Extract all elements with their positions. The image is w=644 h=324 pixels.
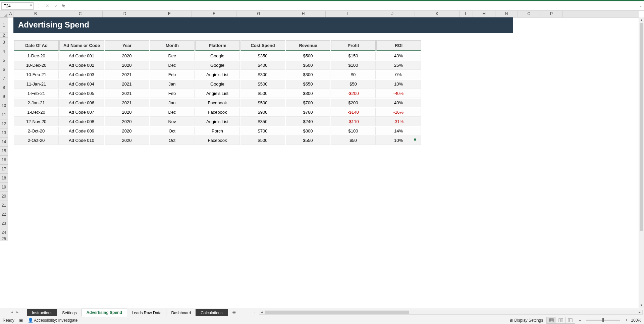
table-cell[interactable]: Dec xyxy=(150,108,195,117)
table-cell[interactable]: -$200 xyxy=(331,89,376,98)
table-cell[interactable]: 43% xyxy=(376,52,421,60)
table-cell[interactable]: Ad Code 004 xyxy=(59,80,104,89)
table-header[interactable]: Revenue xyxy=(286,40,330,51)
row-header-19[interactable]: 19 xyxy=(0,183,8,192)
column-header-O[interactable]: O xyxy=(518,11,540,17)
table-cell[interactable]: $50 xyxy=(331,136,376,145)
column-header-M[interactable]: M xyxy=(473,11,495,17)
table-cell[interactable]: -16% xyxy=(376,108,421,117)
table-cell[interactable]: 0% xyxy=(376,70,421,79)
zoom-out-button[interactable]: − xyxy=(579,318,581,323)
name-box[interactable]: T24 ▼ xyxy=(1,2,34,10)
table-cell[interactable]: $200 xyxy=(331,99,376,107)
table-header[interactable]: ROI xyxy=(376,40,421,51)
table-cell[interactable]: Ad Code 001 xyxy=(59,52,104,60)
table-cell[interactable]: 10-Feb-21 xyxy=(14,70,59,79)
tab-nav-prev-icon[interactable]: ◄ xyxy=(10,310,14,314)
table-cell[interactable]: $500 xyxy=(286,61,330,70)
enter-formula-button[interactable]: ✓ xyxy=(53,3,59,8)
table-cell[interactable]: $760 xyxy=(286,108,330,117)
table-cell[interactable]: Facebook xyxy=(195,136,240,145)
row-header-22[interactable]: 22 xyxy=(0,210,8,219)
row-header-1[interactable]: 1 xyxy=(0,17,8,33)
column-header-B[interactable]: B xyxy=(13,11,58,17)
table-cell[interactable]: Google xyxy=(195,61,240,70)
table-row[interactable]: 1-Dec-20Ad Code 0012020DecGoogle$350$500… xyxy=(14,52,421,60)
row-header-23[interactable]: 23 xyxy=(0,219,8,228)
table-cell[interactable]: 12-Nov-20 xyxy=(14,117,59,126)
sheet-tab-advertising-spend[interactable]: Advertising Spend xyxy=(82,309,127,317)
table-cell[interactable]: $550 xyxy=(286,80,330,89)
table-cell[interactable]: 14% xyxy=(376,127,421,136)
table-cell[interactable]: Facebook xyxy=(195,99,240,107)
scroll-left-button[interactable]: ◄ xyxy=(259,311,265,314)
table-row[interactable]: 10-Feb-21Ad Code 0032021FebAngie's List$… xyxy=(14,70,421,79)
table-cell[interactable]: Ad Code 005 xyxy=(59,89,104,98)
row-header-17[interactable]: 17 xyxy=(0,165,8,174)
zoom-slider-thumb[interactable] xyxy=(602,318,604,322)
table-cell[interactable]: Angie's List xyxy=(195,89,240,98)
accessibility-status[interactable]: 👤 Accessibility: Investigate xyxy=(28,318,78,323)
table-cell[interactable]: 11-Jan-21 xyxy=(14,80,59,89)
table-cell[interactable]: Google xyxy=(195,80,240,89)
row-header-11[interactable]: 11 xyxy=(0,110,8,119)
table-cell[interactable]: Ad Code 003 xyxy=(59,70,104,79)
table-cell[interactable]: 2021 xyxy=(105,99,149,107)
row-header-18[interactable]: 18 xyxy=(0,174,8,183)
table-cell[interactable]: Ad Code 009 xyxy=(59,127,104,136)
row-header-9[interactable]: 9 xyxy=(0,92,8,101)
table-cell[interactable]: 2-Jan-21 xyxy=(14,99,59,107)
horizontal-scroll-track[interactable] xyxy=(265,310,637,314)
column-header-A[interactable]: A xyxy=(8,11,13,17)
tab-nav-next-icon[interactable]: ► xyxy=(16,310,19,314)
zoom-level[interactable]: 100% xyxy=(631,318,641,323)
row-header-2[interactable]: 2 xyxy=(0,33,8,38)
table-cell[interactable]: $700 xyxy=(286,99,330,107)
table-row[interactable]: 2-Jan-21Ad Code 0062021JanFacebook$500$7… xyxy=(14,99,421,107)
table-cell[interactable]: $500 xyxy=(286,52,330,60)
row-header-13[interactable]: 13 xyxy=(0,128,8,138)
table-cell[interactable]: 2020 xyxy=(105,136,149,145)
table-cell[interactable]: 2021 xyxy=(105,80,149,89)
column-header-K[interactable]: K xyxy=(415,11,460,17)
table-cell[interactable]: $0 xyxy=(331,70,376,79)
table-cell[interactable]: Porch xyxy=(195,127,240,136)
column-header-N[interactable]: N xyxy=(495,11,518,17)
table-row[interactable]: 2-Oct-20Ad Code 0092020OctPorch$700$800$… xyxy=(14,127,421,136)
table-cell[interactable]: 2021 xyxy=(105,70,149,79)
table-cell[interactable]: -$110 xyxy=(331,117,376,126)
column-header-D[interactable]: D xyxy=(103,11,147,17)
table-cell[interactable]: $300 xyxy=(240,70,285,79)
row-header-5[interactable]: 5 xyxy=(0,56,8,65)
table-resize-handle[interactable] xyxy=(414,139,416,141)
sheet-tab-leads-raw-data[interactable]: Leads Raw Data xyxy=(127,309,167,317)
table-header[interactable]: Platform xyxy=(195,40,240,51)
table-cell[interactable]: 2021 xyxy=(105,89,149,98)
table-cell[interactable]: Nov xyxy=(150,117,195,126)
table-cell[interactable]: 10% xyxy=(376,136,421,145)
row-header-6[interactable]: 6 xyxy=(0,65,8,74)
scroll-down-button[interactable]: ▼ xyxy=(639,303,644,308)
table-cell[interactable]: $500 xyxy=(240,136,285,145)
column-header-L[interactable]: L xyxy=(460,11,473,17)
table-row[interactable]: 1-Feb-21Ad Code 0052021FebAngie's List$5… xyxy=(14,89,421,98)
table-row[interactable]: 12-Nov-20Ad Code 0082020NovAngie's List$… xyxy=(14,117,421,126)
cells-viewport[interactable]: Advertising Spend Date Of AdAd Name or C… xyxy=(8,17,639,308)
table-cell[interactable]: Angie's List xyxy=(195,70,240,79)
add-sheet-button[interactable]: ⊕ xyxy=(230,310,238,315)
row-header-14[interactable]: 14 xyxy=(0,138,8,147)
table-header[interactable]: Month xyxy=(150,40,195,51)
table-cell[interactable]: 2020 xyxy=(105,127,149,136)
vertical-scrollbar[interactable]: ▲ ▼ xyxy=(639,17,644,308)
column-header-C[interactable]: C xyxy=(58,11,103,17)
table-header[interactable]: Year xyxy=(105,40,149,51)
sheet-tab-dashboard[interactable]: Dashboard xyxy=(166,309,196,317)
row-header-12[interactable]: 12 xyxy=(0,119,8,128)
table-cell[interactable]: -31% xyxy=(376,117,421,126)
row-header-3[interactable]: 3 xyxy=(0,38,8,47)
table-cell[interactable]: $700 xyxy=(240,127,285,136)
table-cell[interactable]: $400 xyxy=(240,61,285,70)
cancel-formula-button[interactable]: ✕ xyxy=(44,3,50,8)
table-cell[interactable]: $500 xyxy=(240,89,285,98)
table-cell[interactable]: 10% xyxy=(376,80,421,89)
